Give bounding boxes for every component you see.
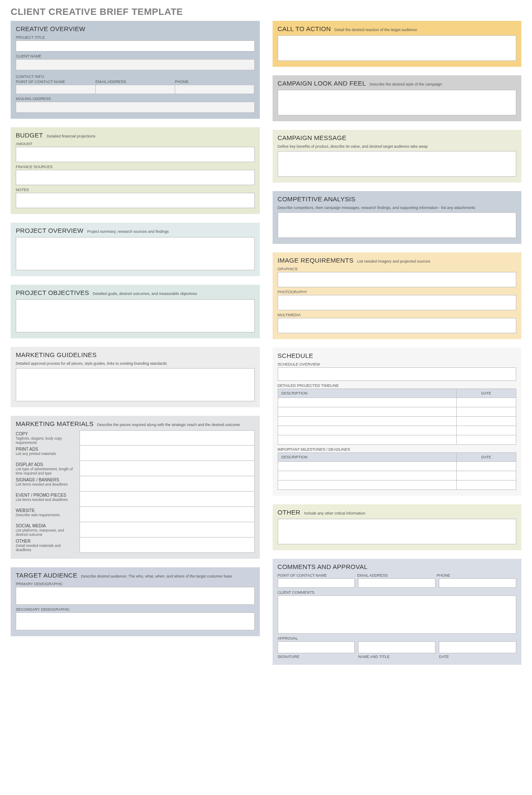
input-other[interactable] (278, 519, 517, 544)
mm-label: PRINT ADSList any printed materials (16, 446, 80, 461)
panel-call-to-action: CALL TO ACTION Detail the desired reacti… (273, 21, 522, 67)
timeline-cell[interactable] (278, 407, 456, 417)
campaign-message-title: CAMPAIGN MESSAGE (278, 134, 347, 141)
milestone-cell[interactable] (456, 480, 516, 490)
mm-input[interactable] (80, 446, 255, 461)
input-signature[interactable] (278, 641, 355, 653)
project-objectives-title: PROJECT OBJECTIVES (16, 289, 89, 296)
input-ca-phone[interactable] (439, 578, 516, 588)
mm-input[interactable] (80, 430, 255, 446)
input-poc-name[interactable] (16, 85, 96, 94)
panel-other: OTHER Include any other critical informa… (273, 504, 522, 550)
mm-input[interactable] (80, 522, 255, 538)
mm-input[interactable] (80, 507, 255, 522)
mm-label: OTHERDetail needed materials and deadlin… (16, 538, 80, 553)
timeline-cell[interactable] (456, 398, 516, 407)
input-cta[interactable] (278, 35, 517, 61)
input-campaign-message[interactable] (278, 151, 517, 177)
input-marketing-guidelines[interactable] (16, 368, 255, 401)
input-mailing[interactable] (16, 102, 255, 113)
timeline-cell[interactable] (456, 407, 516, 417)
comments-title: COMMENTS AND APPROVAL (278, 563, 368, 570)
input-multimedia[interactable] (278, 318, 517, 333)
panel-marketing-guidelines: MARKETING GUIDELINES Detailed approval p… (11, 347, 260, 407)
input-phone[interactable] (175, 85, 255, 94)
other-title: OTHER (278, 509, 301, 516)
campaign-message-sub: Define key benefits of product, describe… (278, 144, 517, 149)
campaign-look-title: CAMPAIGN LOOK AND FEEL (278, 80, 366, 87)
cta-sub: Detail the desired reaction of the targe… (335, 28, 417, 32)
label-name-title: NAME AND TITLE (358, 655, 435, 659)
timeline-cell[interactable] (278, 426, 456, 435)
input-campaign-look[interactable] (278, 90, 517, 115)
label-photography: PHOTOGRAPHY (278, 290, 517, 294)
input-schedule-overview[interactable] (278, 367, 517, 381)
panel-creative-overview: CREATIVE OVERVIEW PROJECT TITLE CLIENT N… (11, 21, 260, 119)
panel-project-overview: PROJECT OVERVIEW Project summary, resear… (11, 223, 260, 276)
other-sub: Include any other critical information (304, 511, 365, 515)
input-ca-poc[interactable] (278, 578, 355, 588)
panel-image-requirements: IMAGE REQUIREMENTS List needed imagery a… (273, 252, 522, 339)
mm-label-desc: Taglines, slogans, body copy requirement… (16, 436, 76, 445)
mm-label-name: COPY (16, 432, 76, 436)
marketing-materials-sub: Describe the pieces required along with … (97, 423, 240, 427)
input-notes[interactable] (16, 193, 255, 208)
table-milestones: DESCRIPTION DATE (278, 452, 517, 490)
mm-label-desc: List any printed materials (16, 452, 76, 456)
input-project-objectives[interactable] (16, 299, 255, 332)
page-title: CLIENT CREATIVE BRIEF TEMPLATE (11, 6, 521, 17)
mm-label-desc: Describe web requirements (16, 513, 76, 517)
label-milestones: IMPORTANT MILESTONES / DEADLINES (278, 447, 517, 452)
label-primary-demo: PRIMARY DEMOGRAPHIC (16, 582, 255, 586)
timeline-cell[interactable] (456, 435, 516, 445)
label-graphics: GRAPHICS (278, 267, 517, 271)
input-photography[interactable] (278, 295, 517, 310)
timeline-cell[interactable] (456, 417, 516, 426)
input-primary-demo[interactable] (16, 587, 255, 605)
mm-row: SOCIAL MEDIAList platforms, manpower, an… (16, 522, 255, 538)
image-req-title: IMAGE REQUIREMENTS (278, 257, 354, 264)
label-ca-email: EMAIL ADDRESS (357, 573, 437, 578)
input-date[interactable] (439, 641, 516, 653)
label-client-name: CLIENT NAME (16, 54, 255, 58)
mm-input[interactable] (80, 461, 255, 476)
marketing-materials-title: MARKETING MATERIALS (16, 420, 94, 427)
mm-label-desc: List items needed and deadlines (16, 482, 76, 486)
project-overview-title: PROJECT OVERVIEW (16, 227, 83, 234)
input-graphics[interactable] (278, 272, 517, 287)
timeline-cell[interactable] (456, 426, 516, 435)
milestone-cell[interactable] (456, 471, 516, 480)
mm-label: SOCIAL MEDIAList platforms, manpower, an… (16, 522, 80, 538)
milestone-cell[interactable] (456, 462, 516, 471)
label-timeline: DETAILED PROJECTED TIMELINE (278, 383, 517, 388)
input-competitive[interactable] (278, 212, 517, 238)
th-desc-2: DESCRIPTION (278, 453, 456, 462)
mm-label-name: DISPLAY ADS (16, 462, 76, 467)
input-email[interactable] (96, 85, 175, 94)
label-phone: PHONE (175, 80, 254, 84)
input-client-name[interactable] (16, 59, 255, 70)
mm-input[interactable] (80, 492, 255, 507)
input-project-overview[interactable] (16, 237, 255, 270)
mm-input[interactable] (80, 476, 255, 492)
budget-sub: Detailed financial projections (47, 134, 96, 138)
input-finance-sources[interactable] (16, 170, 255, 185)
input-name-title[interactable] (358, 641, 435, 653)
target-audience-sub: Describe desired audience: The who, what… (81, 574, 232, 578)
label-project-title: PROJECT TITLE (16, 35, 255, 40)
timeline-cell[interactable] (278, 398, 456, 407)
mm-input[interactable] (80, 538, 255, 553)
timeline-cell[interactable] (278, 435, 456, 445)
panel-project-objectives: PROJECT OBJECTIVES Detailed goals, desir… (11, 285, 260, 338)
milestone-cell[interactable] (278, 480, 456, 490)
input-project-title[interactable] (16, 40, 255, 51)
milestone-cell[interactable] (278, 471, 456, 480)
panel-marketing-materials: MARKETING MATERIALS Describe the pieces … (11, 416, 260, 559)
timeline-cell[interactable] (278, 417, 456, 426)
input-client-comments[interactable] (278, 595, 517, 634)
input-amount[interactable] (16, 147, 255, 162)
input-ca-email[interactable] (358, 578, 435, 588)
input-secondary-demo[interactable] (16, 612, 255, 630)
mm-label-desc: List platforms, manpower, and desired ou… (16, 528, 76, 537)
milestone-cell[interactable] (278, 462, 456, 471)
